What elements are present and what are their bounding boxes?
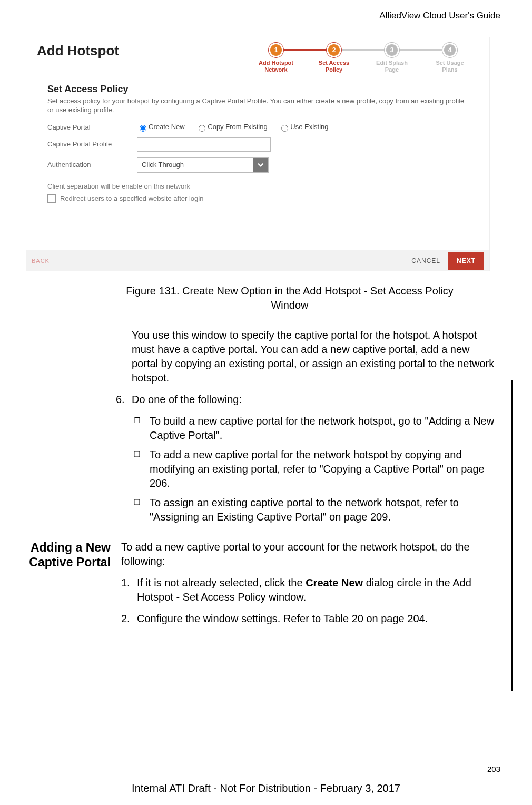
wizard-step-2[interactable]: 2 Set AccessPolicy — [305, 43, 363, 73]
step-2-label-l2: Policy — [326, 66, 342, 73]
client-separation-note: Client separation will be enable on this… — [47, 182, 468, 190]
step-6-text: Do one of the following: — [132, 392, 242, 407]
radio-use-existing-text: Use Existing — [290, 123, 328, 131]
chevron-down-icon — [253, 158, 268, 172]
radio-copy-from[interactable]: Copy From Existing — [196, 123, 267, 131]
redirect-checkbox-label: Redirect users to a specified website af… — [60, 194, 203, 202]
cancel-button[interactable]: CANCEL — [411, 257, 440, 264]
bullet-icon: ❐ — [134, 448, 150, 490]
step-4-label-l2: Plans — [442, 66, 457, 73]
radio-create-new-input[interactable] — [140, 125, 146, 132]
step-1-number: 1. — [121, 576, 137, 604]
radio-create-new[interactable]: Create New — [137, 123, 185, 131]
step-6-number: 6. — [116, 392, 132, 407]
wizard-step-3: 3 Edit SplashPage — [363, 43, 421, 73]
bullet-2: To add a new captive portal for the netw… — [150, 448, 495, 490]
back-button[interactable]: BACK — [32, 258, 50, 264]
page-margin-bar — [511, 380, 513, 691]
step-3-label-l1: Edit Splash — [376, 60, 408, 66]
add-hotspot-title: Add Hotspot — [37, 43, 119, 59]
step-2-label-l1: Set Access — [319, 60, 349, 66]
policy-description: Set access policy for your hotspot by co… — [47, 97, 468, 115]
step-1-label-l2: Network — [264, 66, 287, 73]
authentication-value: Click Through — [142, 161, 184, 169]
running-header: AlliedView Cloud User's Guide — [16, 11, 500, 21]
wizard-step-4: 4 Set UsagePlans — [421, 43, 479, 73]
radio-create-new-text: Create New — [149, 123, 185, 131]
screenshot-figure: Add Hotspot 1 Add HotspotNetwork 2 Set A… — [26, 37, 490, 271]
page-number: 203 — [487, 764, 500, 773]
step-3-label-l2: Page — [385, 66, 399, 73]
authentication-select[interactable]: Click Through — [137, 157, 269, 173]
step-3-circle: 3 — [385, 43, 399, 57]
captive-portal-label: Captive Portal — [47, 123, 137, 131]
figure-caption: Figure 131. Create New Option in the Add… — [111, 284, 469, 312]
footer-disclaimer: Internal ATI Draft - Not For Distributio… — [0, 782, 532, 794]
step-2-text: Configure the window settings. Refer to … — [137, 612, 428, 626]
captive-portal-profile-label: Captive Portal Profile — [47, 140, 137, 148]
next-button[interactable]: NEXT — [448, 252, 484, 270]
step-2-number: 2. — [121, 612, 137, 626]
radio-use-existing[interactable]: Use Existing — [279, 123, 328, 131]
bullet-icon: ❐ — [134, 496, 150, 524]
radio-use-existing-input[interactable] — [281, 125, 288, 132]
step-1-circle: 1 — [269, 43, 283, 57]
bullet-icon: ❐ — [134, 414, 150, 443]
step-2-circle: 2 — [327, 43, 341, 57]
step-4-circle: 4 — [442, 43, 457, 57]
intro-paragraph: You use this window to specify the capti… — [132, 328, 495, 385]
section-heading: Adding a New Captive Portal — [16, 540, 121, 633]
radio-copy-from-text: Copy From Existing — [208, 123, 267, 131]
captive-portal-profile-input[interactable] — [137, 137, 271, 152]
step-4-label-l1: Set Usage — [436, 60, 464, 66]
wizard-step-1[interactable]: 1 Add HotspotNetwork — [247, 43, 305, 73]
authentication-label: Authentication — [47, 161, 137, 169]
redirect-checkbox[interactable] — [47, 194, 56, 203]
section-intro: To add a new captive portal to your acco… — [121, 540, 495, 568]
bullet-3: To assign an existing captive portal to … — [150, 496, 495, 524]
step-1-text: If it is not already selected, click the… — [137, 576, 495, 604]
bullet-1: To build a new captive portal for the ne… — [150, 414, 495, 443]
step-1-label-l1: Add Hotspot — [259, 60, 293, 66]
policy-section-title: Set Access Policy — [47, 84, 468, 95]
radio-copy-from-input[interactable] — [199, 125, 205, 132]
